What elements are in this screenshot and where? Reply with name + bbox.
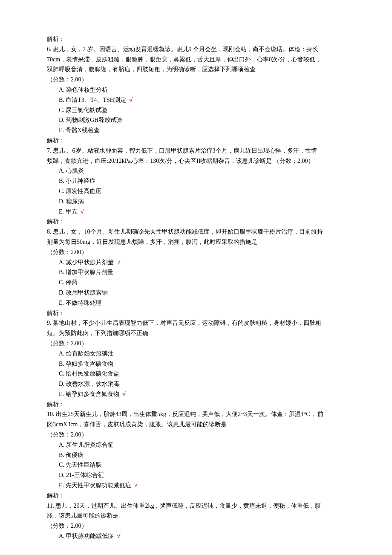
q8-stem-line2: 剂量为每日50mg，近日发现患儿烦躁，多汗，消瘦，腹泻，此时应采取的措施是 <box>47 237 345 247</box>
q9-option-e-text: E. 给孕妇多食含氟食物 <box>59 391 119 397</box>
q10-stem-line2: 囟3cmX3cm，喜伸舌，皮肤巩膜黄染，腹胀。该患儿最可能的诊断是 <box>47 419 345 430</box>
check-icon: √ <box>81 208 84 215</box>
jiexi-label: 解析： <box>47 308 345 318</box>
q10-option-e: E. 先天性甲状腺功能减低症 √ <box>47 480 345 491</box>
q8-option-a-text: A. 减少甲状腺片剂量 <box>59 259 114 266</box>
q10-option-a: A. 新生儿肝炎综合征 <box>47 440 345 450</box>
q9-option-d: D. 改善水源，饮水消毒 <box>47 379 345 389</box>
jiexi-label: 解析： <box>47 491 345 501</box>
score-label: （分数：2.00） <box>47 430 345 440</box>
score-label: （分数：2.00） <box>47 75 345 85</box>
q7-option-a: A. 心肌炎 <box>47 166 345 176</box>
check-icon: √ <box>122 390 126 397</box>
q7-stem-line2: 烦躁，食欲亢进，血压:20/12kPa,心率：130次/分，心尖区II收缩期杂音… <box>47 156 345 166</box>
q6-stem-line1: 6. 患儿，女，2 岁。因语言、运动发育迟缓就诊。患儿9 个月会坐，现刚会站，尚… <box>47 44 345 55</box>
q7-option-e: E. 甲亢 √ <box>47 207 345 217</box>
jiexi-label: 解析： <box>47 136 345 146</box>
score-label-inline: （分数：2.00） <box>274 158 314 164</box>
q10-option-d: D. 21-三体综合征 <box>47 470 345 480</box>
q8-option-a: A. 减少甲状腺片剂量 √ <box>47 257 345 268</box>
q8-option-e: E. 不做特殊处理 <box>47 298 345 308</box>
q6-option-b: B. 血清T3、T4、TSH测定 √ <box>47 95 345 105</box>
jiexi-label: 解析： <box>47 399 345 410</box>
q11-stem-line2: 胀，该患儿最可能的诊断是 <box>47 511 345 521</box>
q8-option-b: B. 增加甲状腺片剂量 <box>47 267 345 278</box>
q7-stem-line1: 7. 患儿， 6岁。粘液水肿面容，智力低下，口服甲状腺素片治疗3个月，病儿近日出… <box>47 146 345 156</box>
q9-option-b: B. 孕妇多食含碘食物 <box>47 359 345 369</box>
jiexi-label: 解析： <box>47 217 345 227</box>
q8-option-c: C. 停药 <box>47 278 345 288</box>
q6-option-b-text: B. 血清T3、T4、TSH测定 <box>59 97 126 103</box>
q10-stem-line1: 10. 出生25天新生儿，胎龄43周，出生体重5kg，反应迟钝，哭声低，大便2~… <box>47 409 345 419</box>
q9-option-e: E. 给孕妇多食含氟食物 √ <box>47 389 345 399</box>
q11-option-a: A. 甲状腺功能减低症 √ <box>47 531 345 541</box>
q6-stem-line2: 70cm，表情呆滞，皮肤粗糙，眼睑肿，眼距宽，鼻梁低，舌大且厚，伸出口外，心率0… <box>47 55 345 65</box>
score-label: （分数：2.00） <box>47 521 345 531</box>
q11-stem-line1: 11. 患儿，20天，过期产儿。出生体重2kg，哭声低哑，反应迟钝，食量少，黄疸… <box>47 501 345 511</box>
q6-option-c: C. 尿三氯化铁试验 <box>47 105 345 116</box>
check-icon: √ <box>129 96 133 103</box>
check-icon: √ <box>134 482 138 489</box>
check-icon: √ <box>117 532 121 539</box>
q6-option-a: A. 染色体核型分析 <box>47 85 345 95</box>
q8-option-d: D. 改用甲状腺素钠 <box>47 288 345 298</box>
q7-option-d: D. 糖尿病 <box>47 197 345 207</box>
q9-option-c: C. 给村民发放碘化食盐 <box>47 369 345 379</box>
q7-option-e-text: E. 甲亢 <box>59 208 78 215</box>
q9-stem-line2: 短。为预防此病，下列措施哪项不正确 <box>47 328 345 338</box>
q7-stem-line2-text: 烦躁，食欲亢进，血压:20/12kPa,心率：130次/分，心尖区II收缩期杂音… <box>47 158 274 164</box>
q10-option-b: B. 佝偻病 <box>47 450 345 460</box>
q6-option-e: E. 骨骼X线检查 <box>47 125 345 136</box>
q9-option-a: A. 给育龄妇女服碘油 <box>47 349 345 359</box>
q6-stem-line3: 双肺呼吸音清，腹膨隆，有脐疝，四肢短粗，为明确诊断，应选择下列哪项检查 <box>47 64 345 75</box>
q10-option-c: C. 先天性巨结肠 <box>47 460 345 470</box>
score-label: （分数：2.00） <box>47 247 345 257</box>
q7-option-c: C. 原发性高血压 <box>47 186 345 197</box>
q6-option-d: D. 药物刺激GH释放试验 <box>47 115 345 125</box>
q9-stem-line1: 9. 某地山村，不少小儿生后表现智力低下，对声音无反应，运动障碍，有的皮肤粗糙，… <box>47 318 345 328</box>
jiexi-label: 解析： <box>47 34 345 44</box>
q10-option-e-text: E. 先天性甲状腺功能减低症 <box>59 482 131 489</box>
q7-option-b: B. 小儿神经症 <box>47 176 345 186</box>
check-icon: √ <box>117 259 121 266</box>
q8-stem-line1: 8. 患儿，女， 10个月。新生儿期确诊先天性甲状腺功能减低症，即开始口服甲状腺… <box>47 227 345 237</box>
q11-option-a-text: A. 甲状腺功能减低症 <box>59 533 114 539</box>
score-label: （分数：2.00） <box>47 338 345 349</box>
